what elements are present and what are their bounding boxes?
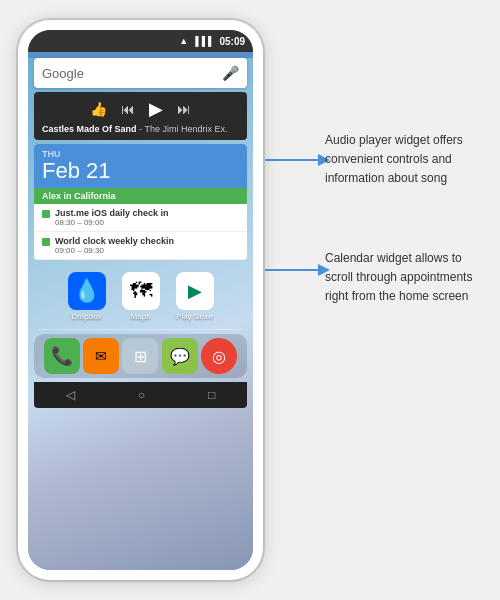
dock-separator: [38, 329, 243, 330]
nav-bar: ◁ ○ □: [34, 382, 247, 408]
like-button[interactable]: 👍: [90, 101, 107, 117]
play-button[interactable]: ▶: [149, 98, 163, 120]
calendar-annotation-text: Calendar widget allows to scroll through…: [325, 251, 472, 303]
audio-title: Castles Made Of Sand: [42, 124, 137, 134]
event-time-1: 08:30 – 09:00: [55, 218, 169, 227]
back-button[interactable]: ◁: [66, 388, 75, 402]
dock-phone[interactable]: 📞: [44, 338, 80, 374]
dock: 📞 ✉ ⊞ 💬 ◎: [34, 334, 247, 378]
mic-icon[interactable]: 🎤: [222, 65, 239, 81]
maps-icon: 🗺: [122, 272, 160, 310]
calendar-event-1: Just.me iOS daily check in 08:30 – 09:00: [34, 204, 247, 232]
calendar-event-header: Alex in California: [34, 188, 247, 204]
dock-chrome[interactable]: ◎: [201, 338, 237, 374]
app-playstore[interactable]: ▶ Play Store: [176, 272, 214, 321]
event-color-dot-2: [42, 238, 50, 246]
wifi-icon: ▲: [179, 36, 188, 46]
playstore-label: Play Store: [176, 312, 213, 321]
search-label: Google: [42, 66, 222, 81]
maps-label: Maps: [131, 312, 151, 321]
home-button[interactable]: ○: [138, 388, 145, 402]
event-time-2: 09:00 – 09:30: [55, 246, 174, 255]
dropbox-icon: 💧: [68, 272, 106, 310]
status-icons: ▲ ▐▐▐ 05:09: [179, 36, 245, 47]
playstore-icon: ▶: [176, 272, 214, 310]
event-details-1: Just.me iOS daily check in 08:30 – 09:00: [55, 208, 169, 227]
calendar-date: Feb 21: [42, 159, 239, 183]
dock-email[interactable]: ✉: [83, 338, 119, 374]
audio-widget: 👍 ⏮ ▶ ⏭ Castles Made Of Sand - The Jimi …: [34, 92, 247, 140]
event-title-2: World clock weekly checkin: [55, 236, 174, 246]
audio-info: Castles Made Of Sand - The Jimi Hendrix …: [42, 124, 239, 134]
status-bar: ▲ ▐▐▐ 05:09: [28, 30, 253, 52]
audio-controls: 👍 ⏮ ▶ ⏭: [42, 98, 239, 120]
calendar-widget[interactable]: THU Feb 21 Alex in California Just.me iO…: [34, 144, 247, 260]
dock-apps[interactable]: ⊞: [122, 338, 158, 374]
audio-annotation-text: Audio player widget offers convenient co…: [325, 133, 463, 185]
prev-button[interactable]: ⏮: [121, 101, 135, 117]
event-title-1: Just.me iOS daily check in: [55, 208, 169, 218]
app-maps[interactable]: 🗺 Maps: [122, 272, 160, 321]
phone-shell: ▲ ▐▐▐ 05:09 Google 🎤 👍 ⏮ ▶ ⏭: [18, 20, 263, 580]
recent-button[interactable]: □: [208, 388, 215, 402]
calendar-annotation: Calendar widget allows to scroll through…: [325, 248, 490, 304]
phone-screen: ▲ ▐▐▐ 05:09 Google 🎤 👍 ⏮ ▶ ⏭: [28, 30, 253, 570]
dock-messages[interactable]: 💬: [162, 338, 198, 374]
search-bar[interactable]: Google 🎤: [34, 58, 247, 88]
next-button[interactable]: ⏭: [177, 101, 191, 117]
app-dropbox[interactable]: 💧 Dropbox: [68, 272, 106, 321]
calendar-event-2: World clock weekly checkin 09:00 – 09:30: [34, 232, 247, 260]
apps-row: 💧 Dropbox 🗺 Maps ▶ Play Store: [28, 264, 253, 329]
calendar-header: THU Feb 21: [34, 144, 247, 188]
event-details-2: World clock weekly checkin 09:00 – 09:30: [55, 236, 174, 255]
home-screen: Google 🎤 👍 ⏮ ▶ ⏭ Castles Made Of Sand - …: [28, 58, 253, 570]
audio-annotation: Audio player widget offers convenient co…: [325, 130, 490, 186]
event-color-dot-1: [42, 210, 50, 218]
signal-icon: ▐▐▐: [192, 36, 211, 46]
dropbox-label: Dropbox: [71, 312, 101, 321]
audio-artist: - The Jimi Hendrix Ex.: [139, 124, 227, 134]
status-time: 05:09: [219, 36, 245, 47]
